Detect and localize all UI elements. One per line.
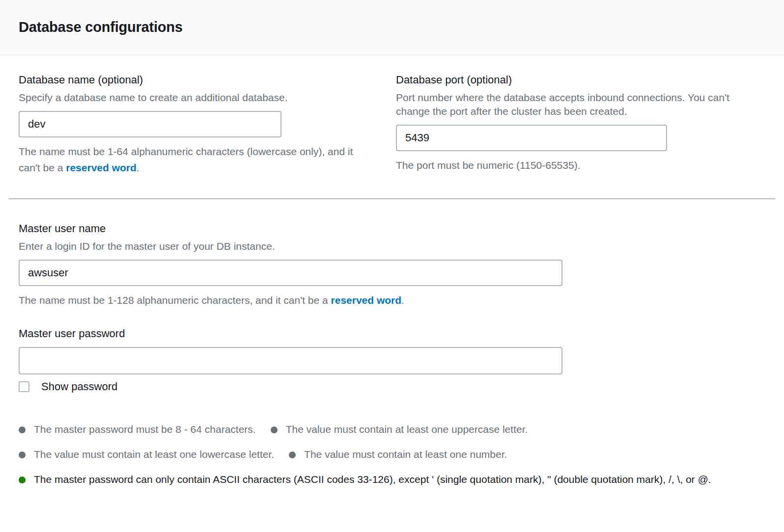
password-rules-row-2: The value must contain at least one lowe…	[19, 446, 765, 462]
database-port-description: Port number where the database accepts i…	[396, 91, 765, 118]
database-configurations-form: Database name (optional) Specify a datab…	[0, 55, 784, 176]
show-password-checkbox[interactable]	[19, 381, 29, 392]
password-rule: The value must contain at least one lowe…	[19, 449, 274, 460]
database-port-hint: The port must be numeric (1150-65535).	[396, 157, 765, 173]
database-port-field: Database port (optional) Port number whe…	[396, 73, 765, 173]
rule-bullet-icon	[19, 452, 26, 458]
master-user-name-field: Master user name Enter a login ID for th…	[19, 222, 765, 308]
password-rule-text: The master password must be 8 - 64 chara…	[34, 424, 256, 435]
rule-bullet-icon	[19, 426, 26, 433]
master-user-name-label: Master user name	[19, 222, 765, 235]
rule-bullet-icon	[289, 452, 296, 458]
show-password-row: Show password	[19, 380, 765, 394]
master-user-name-description: Enter a login ID for the master user of …	[19, 239, 765, 253]
master-user-password-input[interactable]	[19, 347, 562, 374]
master-user-name-hint-text: The name must be 1-128 alphanumeric char…	[19, 294, 331, 306]
master-user-name-reserved-word-link[interactable]: reserved word	[331, 294, 402, 306]
database-name-reserved-word-link[interactable]: reserved word	[66, 162, 137, 173]
database-port-input[interactable]	[396, 125, 667, 151]
password-rule: The master password must be 8 - 64 chara…	[19, 424, 256, 435]
password-rule: The value must contain at least one uppe…	[271, 424, 528, 435]
rule-bullet-icon	[271, 426, 278, 433]
password-rules-list: The master password must be 8 - 64 chara…	[19, 421, 765, 487]
password-rules-row-1: The master password must be 8 - 64 chara…	[19, 421, 765, 437]
password-rules-row-3: The master password can only contain ASC…	[19, 471, 718, 487]
password-rule-text: The value must contain at least one uppe…	[286, 424, 528, 435]
password-rule-ascii: The master password can only contain ASC…	[19, 474, 711, 485]
section-divider	[9, 198, 775, 199]
database-name-input[interactable]	[19, 111, 281, 137]
database-name-hint-period: .	[137, 162, 140, 173]
master-user-password-field: Master user password Show password	[19, 327, 765, 394]
rule-met-bullet-icon	[19, 477, 26, 483]
database-port-label: Database port (optional)	[396, 73, 765, 86]
name-port-row: Database name (optional) Specify a datab…	[19, 73, 765, 176]
database-name-hint: The name must be 1-64 alphanumeric chara…	[19, 143, 368, 176]
password-rule-text: The master password can only contain ASC…	[34, 474, 711, 485]
master-user-name-input[interactable]	[19, 260, 562, 286]
password-rule-text: The value must contain at least one lowe…	[34, 449, 274, 460]
database-name-description: Specify a database name to create an add…	[19, 91, 377, 105]
show-password-label: Show password	[41, 380, 117, 394]
master-user-name-hint-period: .	[401, 294, 404, 306]
password-rule-text: The value must contain at least one numb…	[304, 449, 507, 460]
password-rule: The value must contain at least one numb…	[289, 449, 507, 460]
database-name-label: Database name (optional)	[19, 73, 396, 86]
master-user-password-label: Master user password	[19, 327, 765, 340]
panel-header: Database configurations	[0, 0, 784, 55]
database-name-field: Database name (optional) Specify a datab…	[19, 73, 396, 176]
credentials-section: Master user name Enter a login ID for th…	[0, 222, 784, 487]
master-user-name-hint: The name must be 1-128 alphanumeric char…	[19, 292, 765, 308]
panel-title: Database configurations	[19, 19, 183, 35]
